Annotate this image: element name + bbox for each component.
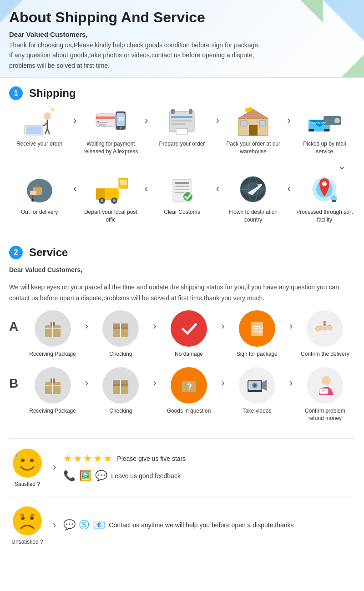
svg-rect-40: [30, 191, 36, 195]
arrow-4: ›: [284, 115, 293, 126]
unsatisfied-actions: 💬 Ⓢ 📧 Contact us anytime we will help yo…: [63, 518, 293, 532]
path-b-arrow-3: ›: [221, 377, 224, 389]
path-a-row: A Receiving Package ›: [9, 310, 355, 358]
shipping-step-7: Depart your local post offic: [81, 174, 140, 224]
path-b-label: B: [9, 376, 23, 391]
svg-rect-94: [320, 389, 328, 394]
svg-point-100: [13, 506, 42, 535]
shipping-step-3: Prepare your order: [152, 106, 212, 148]
service-section-title: Service: [29, 246, 68, 259]
svg-point-99: [30, 459, 34, 462]
shipping-step-4-label: Pack your order at our warehouse: [224, 140, 283, 156]
svg-point-16: [120, 127, 121, 129]
prepare-order-icon: [164, 106, 200, 137]
refund-money-icon: [307, 367, 343, 404]
mail-service-icon: Follow Me: [306, 106, 343, 137]
path-a-step-4: Sign for package: [230, 310, 284, 358]
feedback-text: Leave us good feedback: [111, 472, 181, 480]
svg-rect-92: [248, 390, 262, 392]
path-a-step-1: Receiving Package: [25, 310, 80, 358]
shipping-step-10-label: Processed through sort facility: [295, 208, 354, 224]
no-damage-icon: [171, 310, 207, 347]
path-b-step-4-label: Take videos: [243, 407, 271, 415]
header-line2: If any question about goods,take photos …: [9, 50, 355, 60]
stars-row: ★★★★★ Please give us five stars: [63, 453, 186, 465]
path-b-step-4: Take videos: [230, 367, 284, 415]
path-a-step-1-label: Receiving Package: [29, 350, 76, 358]
path-b-step-2-label: Checking: [109, 407, 132, 415]
shipping-step-6: Out for delivery: [10, 174, 69, 216]
header-line1: Thank for choosing us,Please kindly help…: [9, 40, 355, 50]
svg-rect-9: [96, 116, 115, 119]
five-stars: ★★★★★: [63, 453, 113, 465]
shipping-step-10: Processed through sort facility: [295, 174, 354, 224]
out-for-delivery-icon: [21, 174, 58, 206]
svg-rect-34: [308, 129, 314, 131]
svg-line-5: [45, 129, 47, 134]
path-b-step-3: ? Goods in question: [162, 367, 216, 415]
svg-point-93: [322, 376, 331, 385]
shipping-step-2: $ $$ Waiting for payment released by Ali…: [81, 106, 140, 156]
svg-text:Follow Me: Follow Me: [309, 121, 326, 125]
path-a-step-2-label: Checking: [109, 350, 132, 358]
path-a-step-3-label: No damage: [175, 350, 203, 358]
shipping-step-9-label: Flown to destination country: [224, 208, 283, 224]
svg-point-2: [44, 112, 51, 120]
svg-rect-26: [249, 125, 258, 136]
arrow-2: ›: [142, 115, 151, 126]
svg-rect-12: [99, 124, 106, 126]
svg-rect-50: [120, 180, 127, 185]
svg-rect-21: [171, 120, 192, 121]
path-b-arrow-1: ›: [85, 377, 88, 389]
shipping-step-2-label: Waiting for payment released by Aliexpre…: [81, 140, 140, 156]
shipping-step-9: Flown to destination country: [224, 174, 283, 224]
unsatisfied-row: Unsatisfied ? › 💬 Ⓢ 📧 Contact us anytime…: [0, 499, 364, 551]
path-b-step-1-label: Receiving Package: [29, 407, 76, 415]
receiving-package-a-icon: [35, 310, 71, 347]
path-b-step-2: Checking: [93, 367, 148, 415]
path-b-row: B Receiving Package ›: [9, 367, 355, 423]
path-a-step-2: Checking: [93, 310, 148, 358]
shipping-section-title: Shipping: [29, 87, 76, 100]
path-a-step-3: No damage: [162, 310, 216, 358]
header-line3: problems will be solved at first time.: [9, 61, 355, 71]
svg-marker-25: [238, 109, 268, 118]
shipping-step-5: Follow Me Picked up by mail service: [295, 106, 354, 156]
svg-rect-1: [26, 126, 41, 134]
path-a-step-5-label: Confirm the delivery: [301, 350, 349, 358]
shipping-row-1: ★ Receive your order › $: [9, 106, 355, 156]
arrow-rev-4: ‹: [284, 183, 293, 195]
checking-b-icon: [102, 367, 139, 404]
arrow-1: ›: [71, 115, 80, 126]
satisfied-label: Satisfied ?: [15, 481, 40, 487]
shipping-step-4: Pack your order at our warehouse: [224, 106, 283, 156]
skype-icon: Ⓢ: [79, 518, 89, 532]
satisfied-face-wrap: Satisfied ?: [9, 447, 46, 487]
path-a-step-5: Confirm the delivery: [298, 310, 352, 358]
unsatisfied-label: Unsatisfied ?: [11, 539, 43, 545]
phone-icon: 📞: [63, 470, 76, 482]
svg-point-97: [13, 449, 42, 478]
path-a-arrow-2: ›: [153, 320, 156, 332]
email-icon: 📧: [93, 519, 105, 531]
shipping-step-5-label: Picked up by mail service: [295, 140, 354, 156]
receiving-package-b-icon: [35, 367, 71, 404]
feedback-row: 📞 🖼️ 💬 Leave us good feedback: [63, 470, 186, 482]
path-a-arrow-1: ›: [85, 320, 88, 332]
sort-facility-icon: [306, 174, 343, 206]
header-greeting: Dear Valued Customers,: [9, 30, 355, 38]
path-b-step-3-label: Goods in question: [167, 407, 211, 415]
shipping-step-8-label: Clear Customs: [164, 208, 200, 216]
path-b-step-1: Receiving Package: [25, 367, 80, 415]
svg-text:★: ★: [51, 107, 55, 112]
shipping-step-6-label: Out for delivery: [21, 208, 58, 216]
contact-text: Contact us anytime we will help you befo…: [109, 521, 293, 529]
payment-icon: $ $$: [92, 106, 129, 137]
down-arrow: ⌄: [9, 160, 355, 172]
svg-rect-54: [175, 189, 189, 190]
path-b-step-5: Confirm problem refund money: [298, 367, 352, 423]
svg-point-90: [253, 384, 256, 387]
shipping-step-8: Clear Customs: [152, 174, 212, 216]
contact-row: 💬 Ⓢ 📧 Contact us anytime we will help yo…: [63, 518, 293, 532]
svg-rect-18: [171, 109, 175, 114]
